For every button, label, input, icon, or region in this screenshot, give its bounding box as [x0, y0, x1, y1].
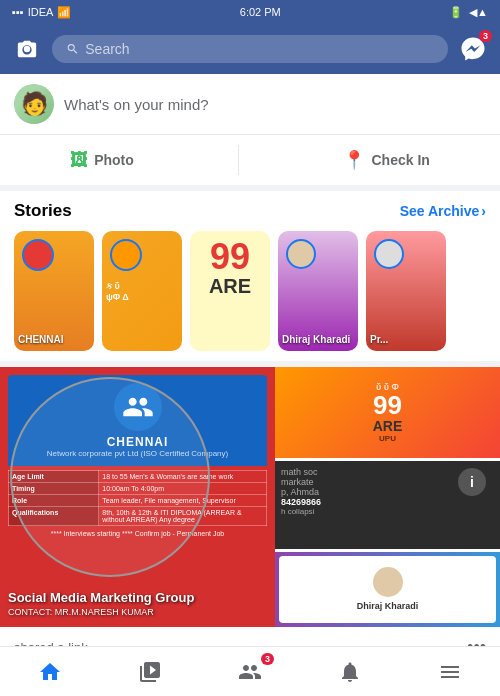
status-right: 🔋 ◀▲	[449, 6, 488, 19]
group-name: Social Media Marketing Group	[8, 590, 194, 605]
whats-on-mind-bar[interactable]: 🧑 What's on your mind?	[0, 74, 500, 135]
checkin-button[interactable]: 📍 Check In	[327, 143, 445, 177]
info-icon[interactable]: i	[458, 468, 486, 496]
header: 3	[0, 24, 500, 74]
chennai-title: CHENNAI	[12, 435, 263, 449]
chennai-header: CHENNAI Network corporate pvt Ltd (ISO C…	[8, 375, 267, 466]
search-input[interactable]	[85, 41, 434, 57]
post-meta: shared a link. •••	[0, 627, 500, 646]
user-avatar: 🧑	[14, 84, 54, 124]
story-card-4[interactable]: Dhiraj Kharadi	[278, 231, 358, 351]
chevron-right-icon: ›	[481, 203, 486, 219]
chennai-table: Age Limit 18 to 55 Men's & Woman's are s…	[8, 470, 267, 526]
main-post: CHENNAI Network corporate pvt Ltd (ISO C…	[0, 367, 500, 646]
story-card-3[interactable]: 99 ARE	[190, 231, 270, 351]
battery-icon: 🔋	[449, 6, 463, 19]
status-bar: ▪▪▪ IDEA 📶 6:02 PM 🔋 ◀▲	[0, 0, 500, 24]
story-card-2[interactable]: ક ΰψΦ Δ	[102, 231, 182, 351]
story-name-1: CHENNAI	[18, 334, 90, 345]
story-name-4: Dhiraj Kharadi	[282, 334, 354, 345]
stories-section: Stories See Archive › CHENNAI ક ΰψΦ Δ 99	[0, 191, 500, 361]
role-value: Team leader, File management, Supervisor	[99, 495, 267, 507]
checkin-icon: 📍	[343, 149, 365, 171]
stories-title: Stories	[14, 201, 72, 221]
nav-home[interactable]	[20, 647, 80, 696]
right-posts: ΰ ΰ Φ 99 ARE UPU math soc markate p, Ahm…	[275, 367, 500, 627]
story-card-5[interactable]: Pr...	[366, 231, 446, 351]
role-label: Role	[9, 495, 99, 507]
story-are: ARE	[198, 275, 262, 298]
story-number: 99	[198, 239, 262, 275]
nav-menu[interactable]	[420, 647, 480, 696]
right-post-top: ΰ ΰ Φ 99 ARE UPU	[275, 367, 500, 458]
story-avatar-2	[110, 239, 142, 271]
chennai-post: CHENNAI Network corporate pvt Ltd (ISO C…	[0, 367, 275, 627]
messenger-button[interactable]: 3	[456, 32, 490, 66]
friends-badge: 3	[261, 653, 274, 665]
photo-label: Photo	[94, 152, 134, 168]
wifi-icon: 📶	[57, 6, 71, 19]
age-limit-label: Age Limit	[9, 471, 99, 483]
chennai-company: Network corporate pvt Ltd (ISO Certified…	[12, 449, 263, 458]
stories-header: Stories See Archive ›	[14, 201, 486, 221]
contact-info: CONTACT: MR.M.NARESH KUMAR	[8, 607, 194, 617]
signal-dots: ◀▲	[469, 6, 488, 19]
qualifications-value: 8th, 10th & 12th & ITI DIPLOMA (ARREAR &…	[99, 507, 267, 526]
age-limit-value: 18 to 55 Men's & Woman's are same work	[99, 471, 267, 483]
status-left: ▪▪▪ IDEA 📶	[12, 6, 71, 19]
timing-value: 10:00am To 4:00pm	[99, 483, 267, 495]
bottom-nav: 3	[0, 646, 500, 696]
story-avatar-1	[22, 239, 54, 271]
see-archive-button[interactable]: See Archive ›	[400, 203, 486, 219]
story-name-5: Pr...	[370, 334, 442, 345]
more-options-button[interactable]: •••	[467, 637, 486, 646]
messenger-badge: 3	[479, 30, 492, 42]
photo-icon: 🖼	[70, 150, 88, 171]
chennai-footer: **** Interviews starting **** Confirm jo…	[8, 530, 267, 537]
photo-button[interactable]: 🖼 Photo	[54, 144, 150, 177]
carrier-label: IDEA	[28, 6, 54, 18]
avatar-image: 🧑	[14, 84, 54, 124]
dhiraj-avatar	[373, 567, 403, 597]
signal-icon: ▪▪▪	[12, 6, 24, 18]
post-title-overlay: Social Media Marketing Group CONTACT: MR…	[8, 590, 194, 617]
camera-button[interactable]	[10, 32, 44, 66]
group-icon	[114, 383, 162, 431]
story-card-1[interactable]: CHENNAI	[14, 231, 94, 351]
stories-row: CHENNAI ક ΰψΦ Δ 99 ARE Dhiraj Kharadi	[14, 231, 486, 351]
post-image-container: CHENNAI Network corporate pvt Ltd (ISO C…	[0, 367, 500, 627]
info-icon-container[interactable]: i	[458, 468, 486, 496]
mind-placeholder[interactable]: What's on your mind?	[64, 96, 209, 113]
content-area: 🧑 What's on your mind? 🖼 Photo 📍 Check I…	[0, 74, 500, 646]
see-archive-label: See Archive	[400, 203, 480, 219]
search-bar[interactable]	[52, 35, 448, 63]
dhiraj-card: Dhiraj Kharadi	[279, 556, 496, 623]
nav-notifications[interactable]	[320, 647, 380, 696]
dhiraj-name: Dhiraj Kharadi	[357, 601, 419, 611]
nav-friends[interactable]: 3	[220, 647, 280, 696]
timing-label: Timing	[9, 483, 99, 495]
time-label: 6:02 PM	[240, 6, 281, 18]
right-post-bottom: Dhiraj Kharadi	[275, 552, 500, 627]
svg-point-0	[24, 46, 30, 52]
qualifications-label: Qualifications	[9, 507, 99, 526]
nav-watch[interactable]	[120, 647, 180, 696]
checkin-label: Check In	[371, 152, 429, 168]
action-row: 🖼 Photo 📍 Check In	[0, 135, 500, 191]
